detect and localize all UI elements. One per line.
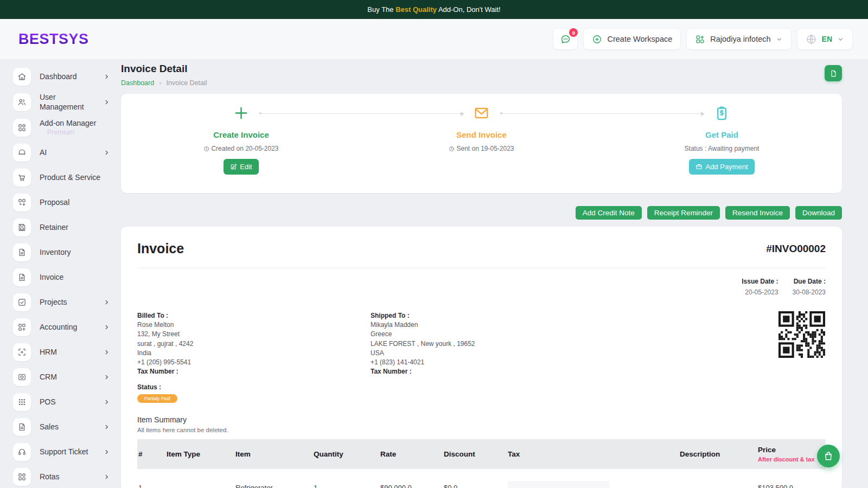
chat-button[interactable]: 0 (553, 28, 578, 50)
home-icon (13, 68, 31, 86)
chat-badge: 0 (569, 28, 578, 37)
sidebar-item-label: Retainer (40, 223, 68, 233)
add-credit-note-button[interactable]: Add Credit Note (576, 206, 642, 220)
items-body: 1--Refrigerator1$90,000.0$0.0CGST (10%)$… (137, 469, 826, 488)
grid-icon (13, 468, 31, 486)
address-line: Mikayla Madden (371, 320, 604, 330)
app-header: BESTSYS 0 Create Workspace Rajodiya info… (0, 19, 868, 59)
breadcrumb-current: Invoice Detail (167, 79, 207, 87)
sidebar-item-projects[interactable]: Projects (13, 293, 110, 311)
sidebar-item-label: HRM (40, 348, 57, 357)
file-icon (13, 418, 31, 436)
step-name: Send Invoice (456, 130, 507, 139)
sidebar-item-accounting[interactable]: Accounting (13, 318, 110, 336)
shop-fab-button[interactable] (817, 445, 840, 467)
sidebar-item-label: CRM (40, 373, 57, 382)
address-line: LAKE FOREST , New yourk , 19652 (371, 339, 604, 349)
step-info: Created on 20-05-2023 (203, 145, 278, 152)
sidebar-item-label: Sales (40, 422, 59, 432)
status-badge: Partialy Paid (137, 394, 177, 403)
divider (137, 268, 826, 268)
sidebar-item-sales[interactable]: Sales (13, 418, 110, 436)
language-select[interactable]: EN (797, 28, 853, 50)
invoice-actions: Add Credit NoteReceipt ReminderResend In… (121, 206, 842, 220)
sidebar-item-label: Support Ticket (40, 447, 88, 457)
sidebar-item-rotas[interactable]: Rotas (13, 468, 110, 486)
sidebar-item-proposal[interactable]: Proposal (13, 194, 110, 211)
sidebar-item-sublabel: Premium (40, 129, 96, 137)
chevron-down-icon (776, 36, 783, 43)
dots-icon (13, 393, 31, 411)
due-date-block: Due Date : 30-08-2023 (793, 278, 826, 296)
clock-icon (203, 146, 209, 152)
download-button[interactable]: Download (795, 206, 842, 220)
sidebar-item-user-management[interactable]: User Management (13, 93, 110, 112)
col-discount: Discount (444, 439, 508, 469)
check-square-icon (13, 293, 31, 311)
sidebar-item-support-ticket[interactable]: Support Ticket (13, 443, 110, 461)
scan-icon (13, 343, 31, 361)
resend-invoice-button[interactable]: Resend Invoice (725, 206, 790, 220)
item-summary-title: Item Summary (137, 415, 826, 424)
workspace-select[interactable]: Rajodiya infotech (686, 28, 791, 50)
receipt-reminder-button[interactable]: Receipt Reminder (647, 206, 720, 220)
sidebar-item-add-on-manager[interactable]: Add-on ManagerPremium (13, 119, 110, 137)
sidebar-item-invoice[interactable]: Invoice (13, 268, 110, 286)
chevron-right-icon (104, 298, 110, 307)
status-block: Status : Partialy Paid (137, 383, 826, 403)
invoice-number: #INVO00002 (766, 243, 826, 255)
step-send-invoice: Send InvoiceSent on 19-05-2023 (361, 94, 602, 193)
sidebar-item-retainer[interactable]: Retainer (13, 219, 110, 236)
sidebar-item-crm[interactable]: CRM (13, 368, 110, 386)
sidebar-nav: DashboardUser ManagementAdd-on ManagerPr… (0, 59, 115, 488)
price-note: After discount & tax (758, 456, 821, 463)
cart-icon (13, 169, 31, 187)
promo-text-highlight: Best Quality (395, 5, 437, 14)
file-icon (13, 243, 31, 261)
plus-icon (233, 105, 249, 123)
item-summary-subtitle: All items here cannot be deleted. (137, 427, 826, 433)
promo-text-suffix: Add-On, Don't Wait! (437, 5, 501, 14)
sidebar-item-label: AI (40, 148, 47, 158)
sidebar-item-label: Product & Service (40, 173, 100, 183)
headset-icon (13, 443, 31, 461)
plus-circle-icon (592, 34, 602, 44)
col-price: PriceAfter discount & tax (758, 439, 826, 469)
app-logo: BESTSYS (18, 31, 89, 48)
shipped-to-block: Shipped To : Mikayla MaddenGreeceLAKE FO… (371, 311, 604, 376)
sidebar-item-product-service[interactable]: Product & Service (13, 169, 110, 187)
add-payment-button[interactable]: Add Payment (689, 159, 754, 175)
chevron-right-icon (104, 148, 110, 158)
sidebar-item-label: Add-on ManagerPremium (40, 119, 96, 137)
items-table: #Item TypeItemQuantityRateDiscountTaxDes… (137, 439, 826, 488)
invoice-preview-button[interactable] (825, 65, 842, 81)
chevron-right-icon (104, 373, 110, 382)
create-workspace-button[interactable]: Create Workspace (583, 28, 681, 50)
receipt-icon (714, 105, 730, 123)
grid-plus-icon (13, 318, 31, 336)
sidebar-item-pos[interactable]: POS (13, 393, 110, 411)
sidebar-item-label: Accounting (40, 323, 77, 332)
users-icon (13, 93, 31, 111)
main-content: Invoice Detail Dashboard › Invoice Detai… (115, 59, 868, 488)
col-item: Item (235, 439, 314, 469)
step-create-invoice: Create InvoiceCreated on 20-05-2023Edit (121, 94, 361, 193)
proposal-icon (13, 194, 31, 211)
sidebar-item-dashboard[interactable]: Dashboard (13, 68, 110, 86)
chevron-right-icon (104, 472, 110, 482)
steps-row: Create InvoiceCreated on 20-05-2023EditS… (121, 94, 842, 193)
edit-button[interactable]: Edit (224, 159, 258, 175)
sidebar-item-inventory[interactable]: Inventory (13, 243, 110, 261)
sidebar-item-label: Rotas (40, 472, 60, 482)
breadcrumb-dashboard[interactable]: Dashboard (121, 79, 154, 87)
sidebar-item-hrm[interactable]: HRM (13, 343, 110, 361)
chevron-right-icon (104, 323, 110, 332)
breadcrumb: Dashboard › Invoice Detail (121, 79, 207, 87)
address-line: Greece (371, 330, 604, 339)
address-line: +1 (823) 141-4021 (371, 358, 604, 367)
sidebar-item-ai[interactable]: AI (13, 144, 110, 162)
wallet-icon (695, 163, 703, 170)
billed-to-block: Billed To : Rose Melton132, My Streetsur… (137, 311, 371, 376)
item-row: 1--Refrigerator1$90,000.0$0.0CGST (10%)$… (137, 469, 826, 488)
step-connector (500, 113, 704, 114)
